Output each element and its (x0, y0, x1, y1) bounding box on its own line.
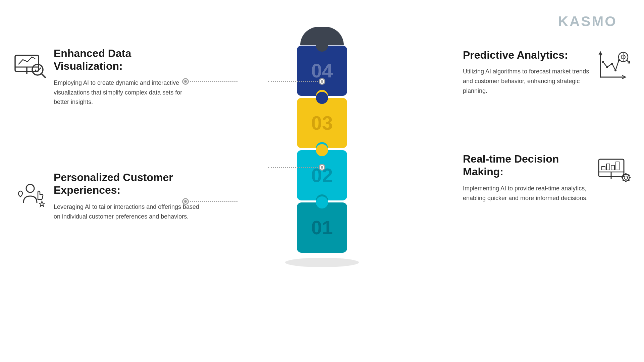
visualization-desc: Employing AI to create dynamic and inter… (54, 78, 188, 107)
svg-rect-31 (625, 181, 627, 182)
realtime-desc: Implementing AI to provide real-time ana… (463, 184, 590, 203)
realtime-icon (597, 153, 631, 186)
connector-line-04-left (188, 81, 237, 82)
realtime-title: Real-time Decision Making: (463, 153, 590, 178)
analytics-icon (597, 49, 631, 82)
svg-rect-24 (602, 167, 605, 170)
svg-rect-35 (628, 179, 630, 181)
visualization-icon (13, 47, 47, 80)
customer-section: Personalized Customer Experiences: Lever… (54, 171, 201, 221)
customer-title: Personalized Customer Experiences: (54, 171, 201, 197)
customer-desc: Leveraging AI to tailor interactions and… (54, 202, 201, 222)
svg-point-13 (614, 69, 616, 71)
connector-circle-04-right (319, 78, 325, 85)
svg-rect-30 (625, 173, 627, 175)
connector-circle-02-right (319, 164, 325, 171)
svg-point-10 (602, 61, 604, 63)
piece-04-number: 04 (311, 61, 333, 80)
predictive-desc: Utilizing AI algorithms to forecast mark… (463, 67, 590, 96)
brand-logo: KASMO (558, 13, 617, 29)
realtime-section: Real-time Decision Making: Implementing … (463, 153, 590, 203)
piece-03-number: 03 (311, 113, 333, 133)
svg-rect-33 (629, 177, 631, 178)
svg-point-12 (611, 63, 613, 65)
connector-line-02-right (268, 167, 318, 168)
puzzle-column: 04 03 02 01 (295, 27, 349, 267)
puzzle-piece-01: 01 (297, 201, 347, 254)
svg-rect-32 (622, 177, 623, 178)
svg-point-11 (606, 66, 608, 68)
svg-line-5 (41, 73, 45, 77)
svg-rect-25 (606, 164, 610, 170)
svg-rect-27 (616, 162, 619, 170)
piece-01-number: 01 (311, 218, 333, 237)
svg-marker-7 (39, 201, 45, 206)
svg-point-6 (26, 184, 34, 192)
svg-point-29 (624, 176, 628, 179)
svg-rect-37 (628, 174, 630, 176)
visualization-title: Enhanced Data Visualization: (54, 47, 188, 73)
svg-rect-26 (611, 165, 614, 170)
customer-icon (13, 178, 47, 211)
puzzle-piece-03: 03 (297, 96, 347, 150)
puzzle-piece-02: 02 (297, 148, 347, 202)
predictive-section: Predictive Analytics: Utilizing AI algor… (463, 49, 590, 96)
puzzle-piece-04: 04 (297, 44, 347, 98)
predictive-title: Predictive Analytics: (463, 49, 590, 61)
svg-rect-36 (622, 179, 624, 181)
connector-line-04-right (268, 81, 318, 82)
puzzle-shadow (285, 258, 359, 267)
visualization-section: Enhanced Data Visualization: Employing A… (54, 47, 188, 107)
